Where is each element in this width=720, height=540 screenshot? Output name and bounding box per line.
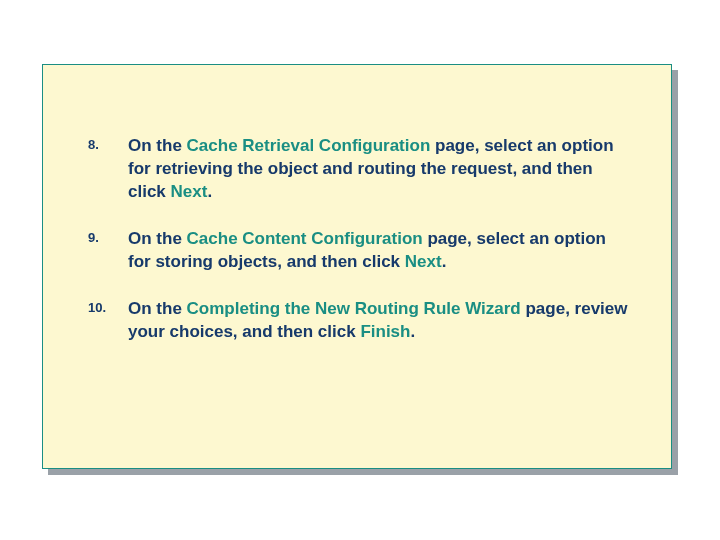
text-segment: On the [128,229,187,248]
highlight-page-name: Completing the New Routing Rule Wizard [187,299,521,318]
item-text: On the Completing the New Routing Rule W… [128,298,631,368]
list-item: 8. On the Cache Retrieval Configuration … [88,135,631,228]
list-item: 9. On the Cache Content Configuration pa… [88,228,631,298]
item-number: 10. [88,298,128,368]
item-number: 9. [88,228,128,298]
item-number: 8. [88,135,128,228]
content-box: 8. On the Cache Retrieval Configuration … [42,64,672,469]
list-item: 10. On the Completing the New Routing Ru… [88,298,631,368]
item-text: On the Cache Content Configuration page,… [128,228,631,298]
highlight-action: Finish [360,322,410,341]
text-segment: . [207,182,212,201]
highlight-page-name: Cache Content Configuration [187,229,423,248]
text-segment: . [442,252,447,271]
text-segment: On the [128,299,187,318]
numbered-list: 8. On the Cache Retrieval Configuration … [88,135,631,368]
highlight-action: Next [405,252,442,271]
text-segment: . [410,322,415,341]
highlight-action: Next [171,182,208,201]
text-segment: On the [128,136,187,155]
highlight-page-name: Cache Retrieval Configuration [187,136,431,155]
item-text: On the Cache Retrieval Configuration pag… [128,135,631,228]
